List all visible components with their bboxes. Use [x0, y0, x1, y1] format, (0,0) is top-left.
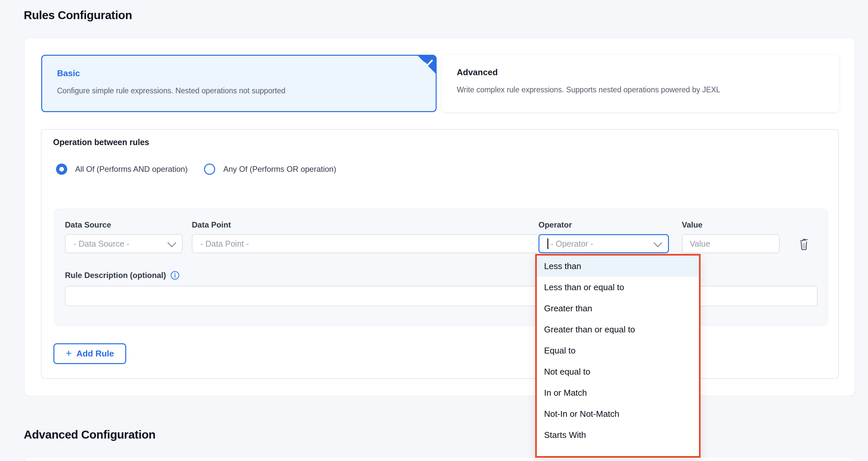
operator-dropdown: Less than Less than or equal to Greater …: [535, 254, 701, 458]
radio-all-of[interactable]: [56, 164, 67, 175]
value-label: Value: [682, 220, 703, 230]
chevron-down-icon: [167, 238, 176, 247]
tab-advanced-title: Advanced: [457, 67, 824, 78]
rule-description-label: Rule Description (optional): [65, 270, 180, 280]
dropdown-option[interactable]: In or Match: [537, 382, 699, 403]
dropdown-option[interactable]: Less than or equal to: [537, 277, 699, 298]
operator-label: Operator: [538, 220, 572, 230]
dropdown-option[interactable]: Not equal to: [537, 361, 699, 382]
radio-any-of[interactable]: [204, 164, 215, 175]
advanced-configuration-card: [24, 457, 855, 461]
operator-placeholder: - Operator -: [551, 239, 654, 249]
rules-configuration-card: Basic Configure simple rule expressions.…: [24, 38, 855, 396]
value-input[interactable]: [682, 234, 780, 253]
rule-description-input[interactable]: [65, 286, 817, 306]
text-caret: [547, 238, 548, 249]
operation-radio-group: All Of (Performs AND operation) Any Of (…: [56, 164, 336, 175]
tab-basic[interactable]: Basic Configure simple rule expressions.…: [41, 55, 437, 112]
add-rule-label: Add Rule: [76, 349, 114, 359]
radio-all-of-label[interactable]: All Of (Performs AND operation): [75, 165, 187, 174]
tab-basic-title: Basic: [57, 68, 421, 79]
delete-rule-button[interactable]: [796, 236, 811, 251]
rule-row: Data Source - Data Source - Data Point -…: [54, 209, 828, 326]
operator-select[interactable]: - Operator -: [538, 234, 669, 253]
tab-advanced-description: Write complex rule expressions. Supports…: [457, 85, 824, 94]
dropdown-option[interactable]: Not-In or Not-Match: [537, 403, 699, 424]
chevron-down-icon: [653, 238, 662, 247]
tab-basic-description: Configure simple rule expressions. Neste…: [57, 86, 421, 95]
radio-any-of-label[interactable]: Any Of (Performs OR operation): [223, 165, 336, 174]
info-icon[interactable]: [170, 270, 180, 280]
data-source-placeholder: - Data Source -: [73, 239, 168, 249]
operation-between-rules-label: Operation between rules: [53, 138, 149, 147]
dropdown-option[interactable]: Equal to: [537, 340, 699, 361]
dropdown-option[interactable]: Less than: [537, 256, 699, 277]
dropdown-option[interactable]: Greater than: [537, 298, 699, 319]
plus-icon: +: [66, 348, 72, 358]
operation-box: Operation between rules All Of (Performs…: [41, 129, 839, 379]
trash-icon: [798, 236, 810, 250]
dropdown-option[interactable]: Starts With: [537, 424, 699, 445]
page-title: Rules Configuration: [24, 8, 132, 22]
advanced-configuration-title: Advanced Configuration: [24, 428, 156, 441]
data-source-label: Data Source: [65, 220, 111, 230]
data-point-label: Data Point: [192, 220, 231, 230]
tab-advanced[interactable]: Advanced Write complex rule expressions.…: [442, 55, 839, 112]
data-point-select[interactable]: - Data Point -: [192, 234, 581, 253]
dropdown-option[interactable]: Greater than or equal to: [537, 319, 699, 340]
data-source-select[interactable]: - Data Source -: [65, 234, 183, 253]
check-icon: [424, 59, 433, 67]
data-point-placeholder: - Data Point -: [200, 239, 566, 249]
add-rule-button[interactable]: + Add Rule: [53, 343, 126, 364]
